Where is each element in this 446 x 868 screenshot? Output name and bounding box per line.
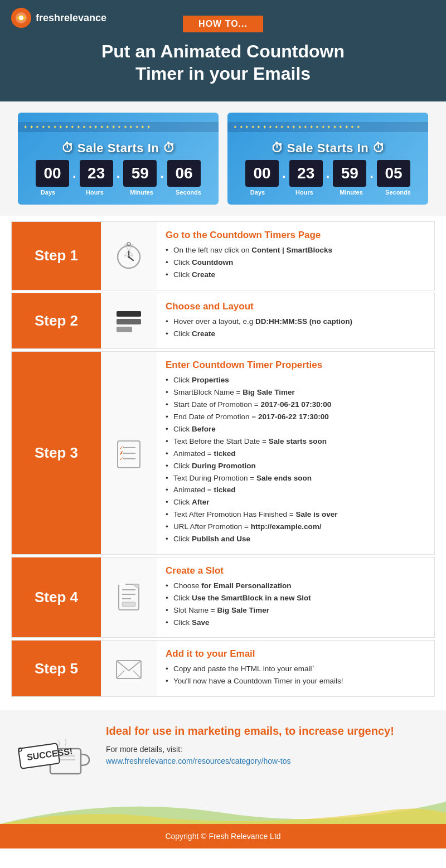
svg-rect-11 (117, 327, 132, 332)
step-4-icon (101, 557, 157, 638)
step-1-list: On the left nav click on Content | Smart… (166, 245, 425, 280)
list-item: You'll now have a Countdown Timer in you… (166, 676, 425, 687)
timer-2-digits: 00 . 23 . 59 . 05 (245, 160, 410, 187)
step-5-row: Step 5 Add it to your Email Copy and pas… (11, 640, 435, 697)
svg-line-27 (133, 671, 141, 678)
success-details-label: For more details, visit: (106, 745, 182, 754)
checklist-icon: ✓ ✗ ✓ (112, 437, 146, 470)
list-item: Copy and paste the HTML into your email` (166, 664, 425, 675)
svg-line-26 (117, 671, 124, 678)
step-1-label: Step 1 (12, 222, 101, 290)
timer-2-hours: 23 (289, 160, 323, 187)
svg-rect-9 (117, 311, 141, 317)
step-3-content: Enter Countdown Timer Properties Click P… (157, 352, 434, 554)
list-item: Animated = ticked (166, 485, 425, 496)
list-item: Click Save (166, 618, 425, 628)
step-2-list: Hover over a layout, e.g DD:HH:MM:SS (no… (166, 317, 425, 340)
list-item: URL After Promotion = http://example.com… (166, 522, 425, 532)
step-4-list: Choose for Email Personalization Click U… (166, 581, 425, 628)
main-title: Put an Animated CountdownTimer in your E… (17, 40, 429, 85)
list-item: SmartBlock Name = Big Sale Timer (166, 387, 425, 398)
logo: freshrelevance (11, 8, 106, 28)
list-item: Text During Promotion = Sale ends soon (166, 473, 425, 484)
document-icon (112, 581, 146, 614)
success-headline: Ideal for use in marketing emails, to in… (106, 724, 429, 738)
step-3-label: Step 3 (12, 352, 101, 554)
svg-rect-10 (117, 319, 141, 324)
list-item: Click Publish and Use (166, 534, 425, 545)
timer-1-digits: 00 . 23 . 59 . 06 (36, 160, 201, 187)
list-item: Slot Name = Big Sale Timer (166, 605, 425, 616)
list-item: Start Date of Promotion = 2017-06-21 07:… (166, 400, 425, 410)
list-item: Click Create (166, 329, 425, 340)
step-2-heading: Choose and Layout (166, 301, 425, 312)
list-item: Hover over a layout, e.g DD:HH:MM:SS (no… (166, 317, 425, 327)
step-3-list: Click Properties SmartBlock Name = Big S… (166, 375, 425, 544)
svg-point-6 (128, 256, 130, 258)
step-4-heading: Create a Slot (166, 565, 425, 576)
layout-icon (112, 304, 146, 338)
success-text-block: Ideal for use in marketing emails, to in… (106, 724, 429, 767)
svg-point-2 (19, 16, 23, 20)
list-item: Click Before (166, 424, 425, 435)
step-5-icon (101, 641, 157, 696)
list-item: Click Countdown (166, 258, 425, 268)
email-icon (112, 652, 146, 685)
step-1-row: Step 1 Go to the Countdown Timers Page O… (11, 221, 435, 290)
svg-text:✓: ✓ (119, 456, 124, 462)
list-item: Click During Promotion (166, 461, 425, 472)
svg-text:✓: ✓ (119, 445, 124, 450)
step-2-content: Choose and Layout Hover over a layout, e… (157, 293, 434, 349)
timer-2-days: 00 (245, 160, 279, 187)
success-illustration: SUCCESS! (17, 724, 95, 785)
list-item: Animated = ticked (166, 449, 425, 459)
how-to-badge: HOW TO... (183, 16, 263, 32)
timer-2-labels: Days Hours Minutes Seconds (241, 189, 415, 196)
timer-2-title: ⏱ Sale Starts In ⏱ (271, 141, 385, 156)
svg-text:✗: ✗ (119, 450, 124, 456)
step-4-row: Step 4 Create a Slot Choose for Email Pe… (11, 557, 435, 638)
list-item: Click Properties (166, 375, 425, 386)
step-5-list: Copy and paste the HTML into your email`… (166, 664, 425, 687)
footer: Copyright © Fresh Relevance Ltd (0, 824, 446, 848)
wave-divider (0, 796, 446, 824)
success-svg: SUCCESS! (17, 724, 95, 785)
step-4-label: Step 4 (12, 557, 101, 638)
list-item: Click Create (166, 270, 425, 280)
step-2-icon (101, 293, 157, 349)
timer-1-days: 00 (36, 160, 69, 187)
step-3-row: Step 3 ✓ ✗ ✓ Enter Countdown Timer Prope… (11, 351, 435, 554)
timer-1-hours: 23 (80, 160, 113, 187)
timer-1: ✦ ✦ ✦ ✦ ✦ ✦ ✦ ✦ ✦ ✦ ✦ ✦ ✦ ✦ ✦ ✦ ✦ ✦ ✦ ✦ … (18, 113, 219, 205)
timer-1-title: ⏱ Sale Starts In ⏱ (61, 141, 176, 156)
copyright-text: Copyright © Fresh Relevance Ltd (165, 832, 280, 841)
logo-icon (11, 8, 31, 28)
clock-icon (112, 239, 146, 273)
list-item: On the left nav click on Content | Smart… (166, 245, 425, 256)
list-item: Choose for Email Personalization (166, 581, 425, 591)
success-section: SUCCESS! Ideal for use in marketing emai… (0, 710, 446, 796)
timer-1-labels: Days Hours Minutes Seconds (31, 189, 205, 196)
logo-label: freshrelevance (36, 12, 106, 24)
timer-2-seconds: 05 (377, 160, 410, 187)
success-url: www.freshrelevance.com/resources/categor… (106, 757, 290, 765)
step-3-icon: ✓ ✗ ✓ (101, 352, 157, 554)
list-item: Click Use the SmartBlock in a new Slot (166, 593, 425, 604)
list-item: Text Before the Start Date = Sale starts… (166, 437, 425, 447)
timer-2: ✦ ✦ ✦ ✦ ✦ ✦ ✦ ✦ ✦ ✦ ✦ ✦ ✦ ✦ ✦ ✦ ✦ ✦ ✦ ✦ … (227, 113, 428, 205)
step-5-label: Step 5 (12, 641, 101, 696)
step-1-content: Go to the Countdown Timers Page On the l… (157, 222, 434, 290)
list-item: Text After Promotion Has Finished = Sale… (166, 510, 425, 520)
step-1-heading: Go to the Countdown Timers Page (166, 230, 425, 241)
success-details: For more details, visit: www.freshreleva… (106, 744, 429, 767)
timers-section: ✦ ✦ ✦ ✦ ✦ ✦ ✦ ✦ ✦ ✦ ✦ ✦ ✦ ✦ ✦ ✦ ✦ ✦ ✦ ✦ … (0, 101, 446, 216)
timer-2-minutes: 59 (333, 160, 366, 187)
header: freshrelevance HOW TO... Put an Animated… (0, 0, 446, 101)
step-5-content: Add it to your Email Copy and paste the … (157, 641, 434, 696)
step-4-content: Create a Slot Choose for Email Personali… (157, 557, 434, 638)
timer-1-seconds: 06 (167, 160, 201, 187)
list-item: Click After (166, 497, 425, 508)
step-2-row: Step 2 Choose and Layout Hover over a la… (11, 293, 435, 350)
list-item: End Date of Promotion = 2017-06-22 17:30… (166, 412, 425, 423)
wave-svg (0, 796, 446, 824)
